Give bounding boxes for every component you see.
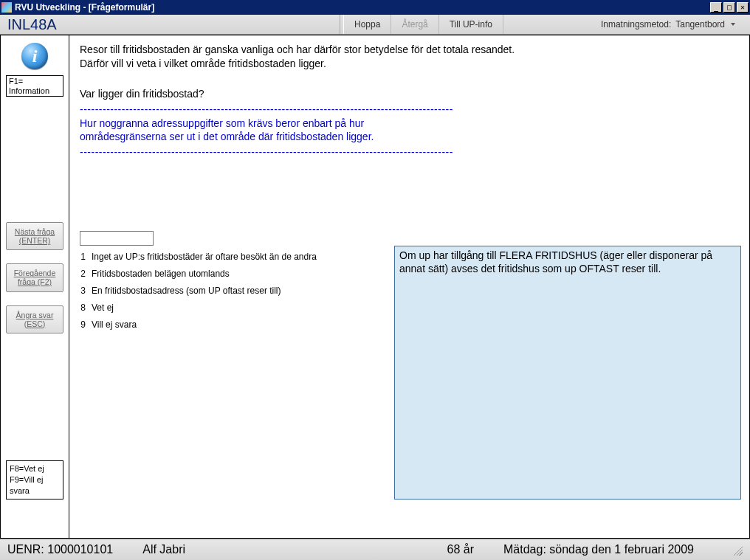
- option-number: 1: [77, 252, 86, 262]
- divider-dashes: ----------------------------------------…: [80, 103, 453, 117]
- input-method-value: Tangentbord: [675, 19, 725, 30]
- maximize-button[interactable]: □: [723, 2, 735, 13]
- minimize-button[interactable]: _: [710, 2, 722, 13]
- shortcut-hints: F8=Vet ej F9=Vill ej svara: [6, 460, 63, 499]
- undo-answer-button[interactable]: Ångra svar (ESC): [6, 305, 63, 333]
- option-text: Vill ej svara: [92, 319, 137, 330]
- question-code: INL48A: [0, 15, 340, 34]
- title-bar: RVU Utveckling - [Frågeformulär] _ □ ✕: [0, 0, 750, 15]
- input-method-label: Inmatningsmetod:: [601, 19, 671, 30]
- next-question-button[interactable]: Nästa fråga (ENTER): [6, 222, 63, 250]
- option-2[interactable]: 2 Fritidsbostaden belägen utomlands: [77, 269, 317, 279]
- option-text: Vet ej: [92, 303, 114, 313]
- option-text: En fritidsbostadsadress (som UP oftast r…: [92, 286, 281, 296]
- status-bar: UENR: 1000010101 Alf Jabri 68 år Mätdag:…: [0, 539, 750, 560]
- sidebar: i F1= Information Nästa fråga (ENTER) Fö…: [0, 35, 69, 539]
- info-panel-text: Om up har tillgång till FLERA FRITIDSHUS…: [399, 249, 712, 274]
- option-number: 2: [77, 269, 86, 279]
- content-area: Resor till fritidsbostaden är ganska van…: [69, 35, 750, 539]
- f1-information-box: F1= Information: [6, 75, 63, 97]
- option-9[interactable]: 9 Vill ej svara: [77, 319, 317, 330]
- resize-grip-icon[interactable]: [731, 544, 743, 556]
- input-method: Inmatningsmetod: Tangentbord: [601, 15, 750, 34]
- till-up-info-button[interactable]: Till UP-info: [439, 15, 503, 34]
- status-uenr: UENR: 1000010101: [7, 543, 113, 556]
- option-3[interactable]: 3 En fritidsbostadsadress (som UP oftast…: [77, 286, 317, 296]
- question-note-line2: områdesgränserna ser ut i det område där…: [80, 130, 739, 144]
- app-icon: [1, 2, 12, 13]
- question-line1: Resor till fritidsbostaden är ganska van…: [80, 43, 537, 57]
- option-text: Fritidsbostaden belägen utomlands: [92, 269, 230, 279]
- option-1[interactable]: 1 Inget av UP:s fritidsbostäder är oftar…: [77, 252, 317, 262]
- question-note-line1: Hur noggranna adressuppgifter som krävs …: [80, 117, 739, 131]
- option-number: 8: [77, 303, 86, 313]
- divider-dashes: ----------------------------------------…: [80, 145, 453, 159]
- answer-options: 1 Inget av UP:s fritidsbostäder är oftar…: [77, 252, 317, 336]
- info-panel: Om up har tillgång till FLERA FRITIDSHUS…: [394, 246, 741, 499]
- option-number: 9: [77, 319, 86, 330]
- hoppa-button[interactable]: Hoppa: [344, 15, 391, 34]
- aterga-button[interactable]: Återgå: [391, 15, 438, 34]
- question-text: Resor till fritidsbostaden är ganska van…: [80, 43, 739, 159]
- info-icon[interactable]: i: [21, 43, 48, 69]
- close-button[interactable]: ✕: [737, 2, 749, 13]
- question-prompt: Var ligger din fritidsbostad?: [80, 87, 739, 101]
- question-line2: Därför vill vi veta i vilket område frit…: [80, 57, 739, 71]
- status-date: Mätdag: söndag den 1 februari 2009: [503, 543, 694, 556]
- chevron-down-icon: [731, 23, 735, 26]
- answer-input[interactable]: [80, 231, 154, 246]
- status-age: 68 år: [447, 543, 474, 556]
- status-name: Alf Jabri: [142, 543, 185, 556]
- previous-question-button[interactable]: Föregående fråga (F2): [6, 263, 63, 291]
- option-8[interactable]: 8 Vet ej: [77, 303, 317, 313]
- input-method-dropdown[interactable]: Tangentbord: [675, 19, 735, 30]
- window-title: RVU Utveckling - [Frågeformulär]: [15, 2, 710, 13]
- toolbar: INL48A Hoppa Återgå Till UP-info Inmatni…: [0, 15, 750, 35]
- option-number: 3: [77, 286, 86, 296]
- option-text: Inget av UP:s fritidsbostäder är oftare …: [92, 252, 317, 262]
